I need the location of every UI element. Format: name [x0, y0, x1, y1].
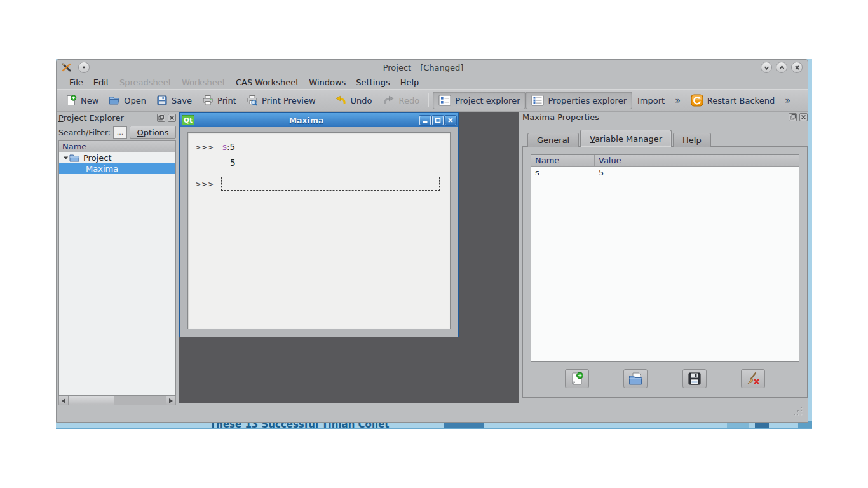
- scroll-right-icon[interactable]: [166, 396, 175, 405]
- prompt: >>>: [196, 142, 217, 152]
- maximize-icon: [435, 118, 441, 123]
- dock-float-button[interactable]: [789, 113, 797, 121]
- folder-icon: [69, 154, 79, 162]
- load-variables-button[interactable]: [623, 369, 648, 388]
- window-minimize-button[interactable]: [761, 62, 772, 73]
- new-button[interactable]: New: [60, 92, 104, 109]
- options-button[interactable]: Options: [130, 126, 176, 139]
- chevron-down-icon: [763, 64, 770, 71]
- qt-logo-icon: Qt: [182, 115, 194, 125]
- background-decoration: [755, 423, 769, 429]
- float-icon: [158, 115, 164, 121]
- clear-variables-icon: [745, 371, 761, 386]
- window-maximize-button[interactable]: [776, 62, 787, 73]
- toolbar-overflow-right[interactable]: »: [780, 94, 796, 107]
- maxima-worksheet-window: Qt Maxima >>>s:55>>>: [179, 112, 459, 337]
- project-explorer-toggle[interactable]: Project explorer: [433, 92, 526, 109]
- import-button[interactable]: Import: [632, 93, 670, 108]
- menu-cas-worksheet[interactable]: CAS Worksheet: [231, 76, 304, 88]
- menu-worksheet: Worksheet: [177, 76, 231, 88]
- tab-variable-manager[interactable]: Variable Manager: [580, 130, 672, 147]
- print-preview-icon: [247, 95, 258, 106]
- worksheet-output: 5: [230, 158, 442, 168]
- project-tree: ProjectMaxima: [58, 152, 176, 396]
- svg-text:Qt: Qt: [184, 116, 193, 124]
- add-variable-icon: [569, 371, 585, 386]
- worksheet-entry-row: >>>: [196, 177, 442, 191]
- tab-general[interactable]: General: [527, 133, 579, 147]
- window-close-icon: [794, 64, 801, 71]
- load-variables-icon: [628, 371, 643, 386]
- menubar: FileEditSpreadsheetWorksheetCAS Workshee…: [57, 75, 808, 89]
- resize-grip-icon[interactable]: [794, 406, 803, 418]
- menu-edit[interactable]: Edit: [88, 76, 114, 88]
- save-icon: [156, 95, 168, 106]
- project-explorer-header[interactable]: Project Explorer: [58, 111, 176, 124]
- float-icon: [790, 114, 796, 120]
- window-menu-button[interactable]: [78, 62, 90, 73]
- worksheet-minimize-button[interactable]: [419, 116, 431, 125]
- dock-float-button[interactable]: [157, 114, 165, 122]
- expander-down-icon[interactable]: [63, 153, 69, 163]
- search-filter-input[interactable]: ...: [113, 126, 127, 139]
- worksheet-close-button[interactable]: [445, 116, 456, 125]
- worksheet-command[interactable]: >>>s:5: [196, 142, 442, 152]
- tab-help[interactable]: Help: [673, 133, 711, 147]
- clear-variables-button[interactable]: [741, 369, 765, 388]
- menu-help[interactable]: Help: [395, 76, 424, 88]
- add-variable-button[interactable]: [565, 369, 589, 388]
- window-close-button[interactable]: [791, 62, 803, 73]
- dot-icon: [81, 64, 87, 71]
- toolbar-overflow-left[interactable]: »: [670, 94, 686, 107]
- window-title: Project[Changed]: [90, 63, 757, 72]
- properties-header[interactable]: Maxima Properties: [522, 111, 808, 123]
- print-button[interactable]: Print: [197, 92, 241, 109]
- worksheet-canvas[interactable]: >>>s:55>>>: [187, 132, 451, 329]
- window-titlebar[interactable]: Project[Changed]: [57, 60, 808, 75]
- undo-button[interactable]: Undo: [329, 92, 377, 109]
- dock-close-button[interactable]: [799, 113, 808, 121]
- restart-backend-icon: [691, 94, 703, 107]
- menu-windows[interactable]: Windows: [304, 76, 351, 88]
- search-filter-label: Search/Filter:: [58, 128, 111, 137]
- scroll-left-icon[interactable]: [59, 396, 69, 405]
- save-variables-icon: [687, 371, 702, 386]
- restart-backend-button[interactable]: Restart Backend: [686, 92, 780, 109]
- tree-column-header[interactable]: Name: [58, 140, 176, 152]
- variable-table-header[interactable]: NameValue: [531, 155, 799, 167]
- open-button[interactable]: Open: [104, 92, 151, 109]
- variable-table: NameValue s5: [531, 154, 799, 362]
- scrollbar-thumb[interactable]: [69, 396, 114, 405]
- undo-icon: [334, 95, 347, 106]
- mdi-area: Qt Maxima >>>s:55>>>: [179, 112, 519, 403]
- menu-spreadsheet: Spreadsheet: [114, 76, 177, 88]
- worksheet-titlebar[interactable]: Qt Maxima: [180, 113, 458, 127]
- menu-settings[interactable]: Settings: [351, 76, 395, 88]
- save-variables-button[interactable]: [682, 369, 707, 388]
- cantor-project-window: Project[Changed] FileEditSpreadsheetWork…: [56, 59, 808, 423]
- open-folder-icon: [109, 95, 120, 106]
- print-preview-button[interactable]: Print Preview: [241, 92, 321, 109]
- menu-file[interactable]: File: [64, 76, 88, 88]
- project-explorer-icon: [438, 95, 451, 106]
- new-document-icon: [65, 95, 77, 106]
- chevron-up-icon: [778, 64, 785, 71]
- sidebar-item-project[interactable]: Project: [59, 152, 175, 163]
- worksheet-maximize-button[interactable]: [432, 116, 444, 125]
- dock-close-button[interactable]: [168, 114, 176, 122]
- table-row[interactable]: s5: [531, 167, 799, 179]
- sidebar-item-maxima[interactable]: Maxima: [59, 163, 175, 174]
- properties-explorer-icon: [531, 95, 544, 106]
- background-decoration: [444, 423, 484, 429]
- save-button[interactable]: Save: [151, 92, 197, 109]
- properties-title: Maxima Properties: [522, 112, 786, 122]
- properties-explorer-toggle[interactable]: Properties explorer: [526, 92, 632, 109]
- app-tools-icon: [62, 62, 72, 72]
- horizontal-scrollbar[interactable]: [58, 396, 176, 405]
- toolbar-separator: [428, 93, 429, 107]
- column-header-value[interactable]: Value: [595, 155, 799, 166]
- dock-close-icon: [801, 114, 806, 120]
- column-header-name[interactable]: Name: [531, 155, 595, 166]
- worksheet-title: Maxima: [194, 116, 418, 125]
- command-entry[interactable]: [221, 177, 440, 191]
